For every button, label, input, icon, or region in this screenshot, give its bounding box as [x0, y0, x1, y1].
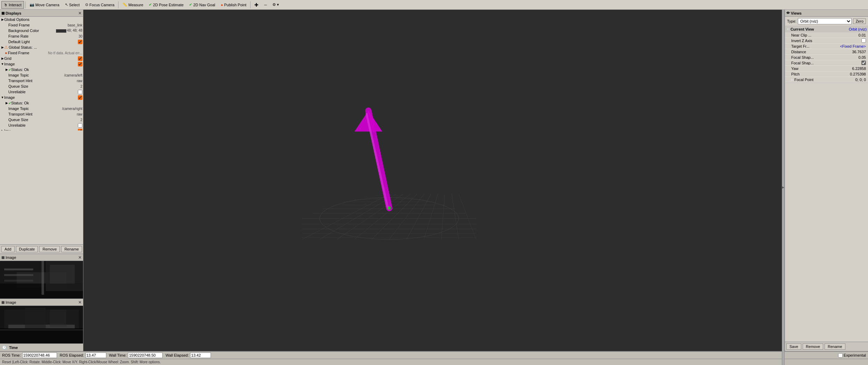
views-prop-focal-shape-1: Focal Shap... 0.05	[785, 55, 868, 60]
views-prop-focal-shape-2: Focal Shap...	[785, 60, 868, 66]
unreliable-2-checkbox[interactable]	[78, 123, 82, 128]
views-prop-invert-z: Invert Z Axis	[785, 38, 868, 43]
tree-toggle-image-1[interactable]: ▼	[1, 62, 4, 66]
right-panel-collapse-handle[interactable]: ▶	[782, 10, 785, 351]
tree-toggle-global-status[interactable]: ▶	[1, 46, 4, 49]
remove-display-button[interactable]: Remove	[39, 246, 60, 252]
image-panel-2-close-button[interactable]: ✕	[78, 300, 82, 305]
tree-value-image-topic-1: /camera/left	[64, 73, 82, 77]
unreliable-1-checkbox[interactable]	[78, 90, 82, 94]
views-remove-button[interactable]: Remove	[803, 343, 823, 350]
views-panel-spacer	[785, 179, 868, 342]
publish-point-icon: ●	[221, 3, 223, 7]
views-prop-distance-label: Distance	[791, 50, 852, 54]
displays-empty-area	[0, 130, 83, 244]
tree-item-grid[interactable]: ▶ Grid	[0, 56, 83, 61]
tree-item-default-light[interactable]: Default Light	[0, 39, 83, 45]
toolbar-separator-3	[250, 1, 251, 8]
svg-rect-5	[50, 265, 75, 284]
measure-button[interactable]: 📏 Measure	[120, 1, 146, 9]
tree-item-queue-size-2[interactable]: Queue Size 2	[0, 117, 83, 122]
select-label: Select	[69, 3, 80, 7]
tree-value-queue-size-2: 2	[80, 118, 82, 122]
nav-goal-icon: ✔	[189, 2, 192, 7]
move-camera-button[interactable]: 📷 Move Camera	[27, 1, 62, 9]
add-button[interactable]: Add	[1, 246, 15, 252]
pose-estimate-button[interactable]: ✔ 2D Pose Estimate	[146, 1, 186, 9]
tree-item-transport-hint-2[interactable]: Transport Hint raw	[0, 111, 83, 117]
views-rename-button[interactable]: Rename	[825, 343, 845, 350]
views-section-header-label: Current View	[791, 27, 814, 31]
views-zero-button[interactable]: Zero	[853, 18, 866, 24]
tree-item-global-options[interactable]: ▶ Global Options	[0, 17, 83, 22]
wall-elapsed-input[interactable]	[190, 352, 211, 358]
views-type-select[interactable]: Orbit (rviz)	[798, 18, 852, 24]
tree-item-frame-rate[interactable]: Frame Rate 30	[0, 33, 83, 39]
grid-checkbox[interactable]	[78, 56, 82, 61]
image-panel-1-close-button[interactable]: ✕	[78, 255, 82, 260]
views-prop-focal-shape-2-check[interactable]	[861, 61, 866, 65]
views-section-header[interactable]: ▼ Current View Orbit (rviz)	[785, 26, 868, 32]
tree-label-default-light: Default Light	[8, 40, 78, 44]
tree-toggle-status-ok-1[interactable]: ▶	[5, 68, 8, 71]
svg-rect-17	[50, 310, 66, 327]
tree-item-global-status[interactable]: ▶ ⚠ Global Status: ...	[0, 45, 83, 50]
tree-item-fixed-frame[interactable]: Fixed Frame base_link	[0, 22, 83, 28]
displays-panel-close-button[interactable]: ✕	[78, 11, 82, 15]
displays-icon: ▦	[1, 11, 5, 15]
tree-toggle-image-2[interactable]: ▼	[1, 96, 4, 99]
tree-item-unreliable-2[interactable]: Unreliable	[0, 122, 83, 128]
tree-item-image-1[interactable]: ▼ Image	[0, 61, 83, 67]
wall-time-input[interactable]	[128, 352, 163, 358]
tree-item-background-color[interactable]: Background Color 48; 48; 48	[0, 28, 83, 33]
interact-label: Interact	[9, 3, 22, 7]
image-2-checkbox[interactable]	[78, 95, 82, 100]
views-prop-invert-z-check[interactable]	[861, 38, 866, 43]
time-icon: 🕐	[2, 346, 6, 349]
ros-elapsed-input[interactable]	[85, 352, 106, 358]
axis-button[interactable]: ─	[262, 1, 269, 9]
tree-value-queue-size-1: 2	[80, 85, 82, 88]
views-save-button[interactable]: Save	[786, 343, 801, 350]
tree-item-status-ok-2[interactable]: ▶ ✔ Status: Ok	[0, 100, 83, 106]
tree-toggle-global-options[interactable]: ▶	[1, 18, 4, 21]
default-light-checkbox[interactable]	[78, 40, 82, 44]
tree-value-background-color: 48; 48; 48	[56, 29, 82, 32]
measure-label: Measure	[128, 3, 143, 7]
views-prop-focal-point-value: 0; 0; 0	[855, 78, 866, 82]
move-camera-label: Move Camera	[35, 3, 59, 7]
focus-camera-icon: ⊙	[85, 2, 88, 7]
viewport[interactable]	[83, 10, 785, 351]
tree-item-transport-hint-1[interactable]: Transport Hint raw	[0, 78, 83, 84]
tree-item-image-topic-1[interactable]: Image Topic /camera/left	[0, 72, 83, 78]
nav-goal-button[interactable]: ✔ 2D Nav Goal	[187, 1, 218, 9]
tree-item-queue-size-1[interactable]: Queue Size 2	[0, 84, 83, 89]
publish-point-button[interactable]: ● Publish Point	[218, 1, 249, 9]
collapse-arrow-icon: ▶	[782, 186, 784, 189]
views-prop-pitch-value: 0.275398	[850, 72, 866, 76]
tree-item-image-topic-2[interactable]: Image Topic /camera/right	[0, 106, 83, 111]
focus-camera-button[interactable]: ⊙ Focus Camera	[83, 1, 117, 9]
views-section-toggle-icon: ▼	[786, 27, 789, 31]
rename-display-button[interactable]: Rename	[61, 246, 82, 252]
tree-toggle-grid[interactable]: ▶	[1, 57, 4, 60]
svg-rect-16	[25, 308, 46, 328]
duplicate-button[interactable]: Duplicate	[16, 246, 38, 252]
options-button[interactable]: ⚙ ▾	[270, 1, 281, 9]
ros-time-input[interactable]	[22, 352, 57, 358]
add-crosshair-button[interactable]: ✚	[252, 1, 261, 9]
tree-item-status-ok-1[interactable]: ▶ ✔ Status: Ok	[0, 67, 83, 72]
image-panel-1-header: ▦ Image ✕	[0, 254, 83, 261]
tree-toggle-status-ok-2[interactable]: ▶	[5, 101, 8, 105]
experimental-checkbox[interactable]	[838, 353, 843, 358]
tree-item-image-2[interactable]: ▼ Image	[0, 95, 83, 100]
wall-elapsed-field: Wall Elapsed:	[165, 352, 211, 358]
toolbar-separator-1	[25, 1, 26, 8]
select-button[interactable]: ↖ Select	[63, 1, 82, 9]
pose-estimate-icon: ✔	[149, 2, 152, 7]
image-1-checkbox[interactable]	[78, 62, 82, 66]
interact-button[interactable]: 🖱 Interact	[1, 1, 24, 9]
tree-item-fixed-frame-error[interactable]: ● Fixed Frame No tf data. Actual err...	[0, 50, 83, 56]
tree-item-imu[interactable]: ▶ Imu	[0, 128, 83, 130]
tree-item-unreliable-1[interactable]: Unreliable	[0, 89, 83, 95]
